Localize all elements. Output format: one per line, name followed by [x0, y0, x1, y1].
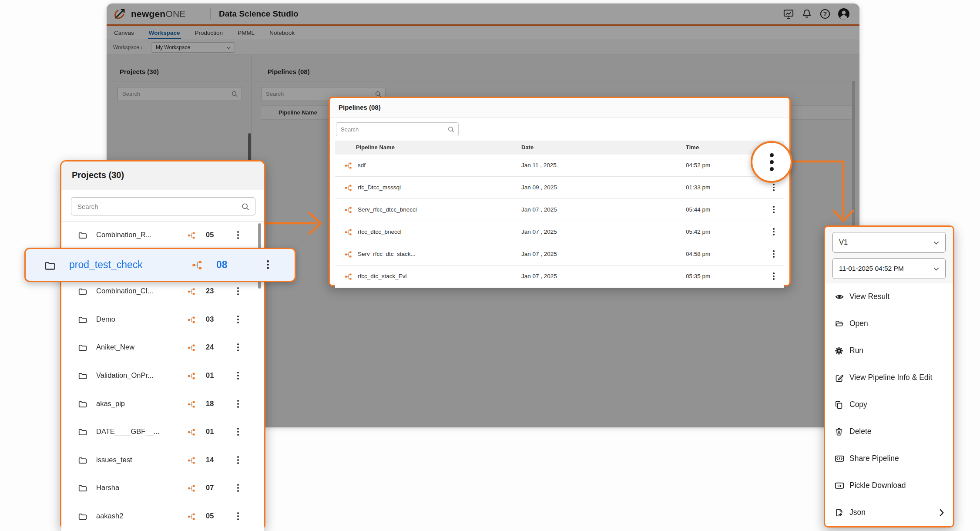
pipeline-kebab-menu[interactable]	[772, 183, 775, 192]
menu-item-view-result[interactable]: View Result	[825, 283, 953, 310]
pipeline-icon	[345, 206, 352, 214]
project-row[interactable]: akas_pip 18	[61, 390, 264, 419]
search-icon	[231, 91, 238, 97]
pipelines-popup: Pipelines (08) Pipeline Name Date Time s…	[329, 97, 791, 286]
project-pipeline-count: 01	[206, 371, 214, 380]
pipeline-icon	[188, 372, 195, 380]
gear-icon	[835, 346, 843, 355]
kebab-menu-icon[interactable]	[769, 152, 775, 172]
selected-project-pipeline-count: 08	[216, 259, 228, 271]
version-select[interactable]: V1	[832, 232, 946, 253]
pipeline-name: rfc_Dtcc_msssql	[358, 184, 401, 191]
pipeline-date: Jan 07 , 2025	[521, 273, 557, 279]
bg-projects-search[interactable]: Search	[117, 87, 242, 101]
menu-item-copy[interactable]: Copy	[825, 391, 953, 418]
tab-notebook[interactable]: Notebook	[268, 27, 295, 39]
folder-icon	[78, 484, 87, 493]
project-name: Validation_OnPr...	[96, 371, 154, 380]
pipeline-icon	[188, 484, 195, 492]
tab-canvas[interactable]: Canvas	[113, 27, 135, 39]
menu-item-pickle-download[interactable]: 01 Pickle Download	[825, 472, 953, 499]
pipeline-kebab-menu[interactable]	[772, 205, 775, 214]
project-name: Demo	[96, 315, 115, 323]
folder-icon	[78, 512, 87, 521]
project-name: akas_pip	[96, 400, 125, 408]
tab-pmml[interactable]: PMML	[237, 27, 255, 39]
pipeline-icon	[345, 251, 352, 258]
menu-item-open[interactable]: Open	[825, 310, 953, 337]
trash-icon	[835, 427, 843, 436]
kebab-spotlight-circle[interactable]	[751, 141, 792, 183]
pipeline-row[interactable]: Serv_rfcc_dtc_stack... Jan 07 , 2025 04:…	[335, 243, 784, 266]
project-row[interactable]: Aniket_New 24	[61, 334, 264, 362]
pipeline-row[interactable]: Serv_rfcc_dtcc_bneccl Jan 07 , 2025 05:4…	[335, 199, 784, 221]
menu-item-share-pipeline[interactable]: Share Pipeline	[825, 445, 953, 472]
pipeline-kebab-menu[interactable]	[772, 227, 775, 236]
menu-item-run[interactable]: Run	[825, 337, 953, 364]
pipeline-date: Jan 09 , 2025	[521, 184, 557, 191]
project-kebab-menu[interactable]	[236, 315, 240, 324]
pipelines-search-input[interactable]	[336, 123, 458, 136]
project-kebab-menu[interactable]	[236, 399, 240, 409]
pipeline-row[interactable]: rfc_Dtcc_msssql Jan 09 , 2025 01:33 pm	[335, 177, 784, 199]
menu-item-delete[interactable]: Delete	[825, 418, 953, 445]
projects-search	[71, 197, 255, 215]
menu-item-json[interactable]: Json	[825, 499, 953, 526]
pipeline-row[interactable]: sdf Jan 11 , 2025 04:52 pm	[335, 155, 784, 177]
pipeline-icon	[345, 162, 352, 169]
pipelines-popup-title: Pipelines (08)	[330, 98, 789, 118]
tab-workspace[interactable]: Workspace	[148, 27, 181, 39]
app-title: Data Science Studio	[219, 9, 299, 19]
project-pipeline-count: 07	[206, 484, 214, 492]
pipeline-row[interactable]: rfcc_dtcc_bneccl Jan 07 , 2025 05:42 pm	[335, 221, 784, 243]
selected-project-row[interactable]: prod_test_check 08	[24, 248, 296, 282]
col-pipeline-name: Pipeline Name	[356, 144, 395, 151]
project-kebab-menu[interactable]	[236, 427, 240, 437]
project-kebab-menu[interactable]	[266, 259, 270, 270]
project-row[interactable]: aakash2 05	[61, 503, 264, 531]
menu-item-view-pipeline-info-edit[interactable]: View Pipeline Info & Edit	[825, 364, 953, 391]
pipeline-icon	[345, 184, 352, 192]
tab-production[interactable]: Production	[194, 27, 224, 39]
pipelines-search	[336, 122, 459, 136]
bg-projects-title: Projects (30)	[120, 68, 159, 75]
pickle-download-icon: 01	[835, 481, 844, 490]
pipeline-kebab-menu[interactable]	[772, 249, 775, 259]
project-kebab-menu[interactable]	[236, 511, 240, 521]
project-row[interactable]: Combination_R... 05	[61, 222, 264, 250]
workspace-select[interactable]: My Workspace	[151, 42, 235, 53]
project-kebab-menu[interactable]	[236, 286, 240, 296]
user-avatar[interactable]	[838, 8, 850, 20]
search-icon	[447, 126, 455, 133]
brand-text: newgenONE	[131, 9, 186, 19]
pipeline-icon	[188, 344, 195, 352]
project-row[interactable]: Validation_OnPr... 01	[61, 362, 264, 390]
project-row[interactable]: DATE____GBF__... 01	[61, 418, 264, 447]
project-pipeline-count: 05	[206, 231, 214, 239]
project-row[interactable]: Harsha 07	[61, 474, 264, 503]
project-kebab-menu[interactable]	[236, 483, 240, 493]
folder-open-icon	[835, 319, 844, 328]
project-row[interactable]: issues_test 14	[61, 447, 264, 475]
project-kebab-menu[interactable]	[236, 455, 240, 465]
project-kebab-menu[interactable]	[236, 230, 240, 240]
pipeline-row[interactable]: rfcc_dtc_stack_Evl Jan 07 , 2025 05:35 p…	[335, 266, 784, 288]
context-menu-items: View Result Open Run	[825, 283, 953, 526]
presentation-chart-icon[interactable]	[783, 8, 794, 20]
pipeline-date: Jan 07 , 2025	[521, 251, 557, 257]
datetime-select[interactable]: 11-01-2025 04:52 PM	[832, 258, 946, 279]
projects-search-input[interactable]	[71, 198, 255, 215]
project-kebab-menu[interactable]	[236, 371, 240, 380]
pipeline-name: sdf	[358, 162, 366, 168]
header-divider	[210, 8, 211, 20]
pipeline-kebab-menu[interactable]	[772, 272, 775, 281]
project-name: Combination_Cl...	[96, 287, 153, 295]
help-icon[interactable]: ?	[819, 8, 831, 20]
project-row[interactable]: Demo 03	[61, 306, 264, 334]
copy-icon	[835, 400, 843, 409]
newgen-logo-icon	[113, 7, 128, 21]
chevron-down-icon	[933, 241, 939, 245]
bell-icon[interactable]	[801, 8, 812, 20]
folder-icon	[78, 287, 87, 296]
project-kebab-menu[interactable]	[236, 343, 240, 352]
